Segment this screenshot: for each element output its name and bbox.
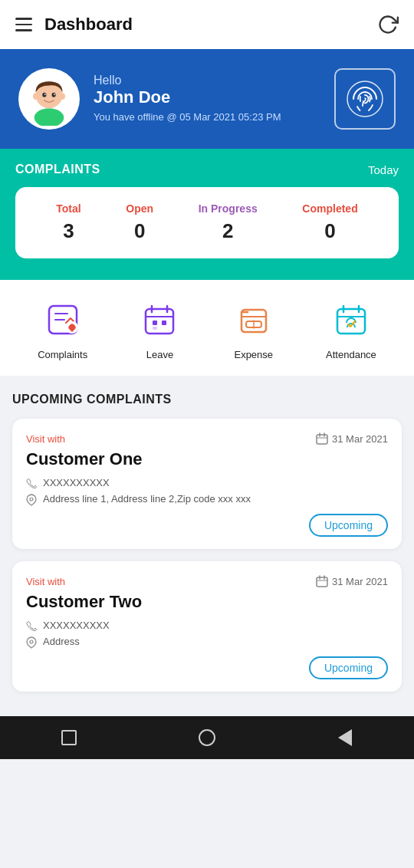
action-expense-label: Expense — [234, 349, 273, 360]
svg-rect-15 — [153, 321, 157, 325]
complaint-card-1[interactable]: Visit with 31 Mar 2021 Customer One XXXX… — [12, 419, 402, 549]
card-1-phone: XXXXXXXXXX — [43, 477, 110, 488]
card-2-status-badge[interactable]: Upcoming — [309, 656, 388, 679]
complaints-title: COMPLAINTS — [15, 163, 100, 176]
svg-point-33 — [30, 640, 33, 643]
user-banner: Hello John Doe You have offline @ 05 Mar… — [0, 49, 414, 149]
attendance-icon — [330, 298, 373, 341]
svg-point-2 — [42, 93, 46, 97]
card-1-customer-name: Customer One — [26, 449, 388, 469]
page-title: Dashboard — [44, 15, 133, 35]
quick-actions: Complaints Leave E — [0, 280, 414, 376]
svg-rect-11 — [146, 309, 173, 334]
refresh-icon[interactable] — [377, 14, 399, 35]
nav-home-button[interactable] — [196, 727, 218, 748]
nav-square-icon — [61, 730, 77, 745]
svg-point-5 — [54, 94, 55, 95]
stat-completed: Completed 0 — [302, 202, 357, 243]
card-2-date: 31 Mar 2021 — [316, 575, 388, 587]
menu-icon[interactable] — [15, 18, 32, 31]
svg-point-8 — [347, 81, 383, 117]
total-label: Total — [56, 202, 80, 215]
svg-point-6 — [33, 93, 38, 100]
card-1-date-text: 31 Mar 2021 — [332, 433, 388, 445]
svg-rect-29 — [317, 577, 327, 587]
action-complaints-label: Complaints — [38, 349, 87, 360]
inprogress-label: In Progress — [199, 202, 258, 215]
expense-icon — [232, 298, 275, 341]
card-2-top-row: Visit with 31 Mar 2021 — [26, 575, 388, 587]
phone-icon — [26, 478, 37, 488]
svg-point-3 — [52, 93, 56, 97]
complaints-period: Today — [368, 163, 399, 176]
card-2-phone-row: XXXXXXXXXX — [26, 620, 388, 631]
svg-rect-20 — [337, 309, 365, 334]
card-1-phone-row: XXXXXXXXXX — [26, 477, 388, 488]
avatar — [18, 68, 80, 130]
card-1-visit-label: Visit with — [26, 433, 65, 445]
svg-point-4 — [44, 94, 46, 95]
card-1-top-row: Visit with 31 Mar 2021 — [26, 432, 388, 445]
fingerprint-button[interactable] — [334, 68, 396, 130]
nav-circle-icon — [199, 729, 215, 746]
location-icon — [26, 494, 37, 506]
action-attendance[interactable]: Attendance — [326, 298, 376, 360]
nav-square-button[interactable] — [58, 727, 80, 748]
svg-point-7 — [60, 93, 65, 100]
action-leave-label: Leave — [146, 349, 173, 360]
upcoming-title: UPCOMING COMPLAINTS — [12, 393, 402, 406]
completed-label: Completed — [302, 202, 357, 215]
svg-rect-16 — [162, 321, 166, 325]
upcoming-section: UPCOMING COMPLAINTS Visit with 31 Mar 20… — [0, 376, 414, 716]
complaints-icon — [41, 298, 84, 341]
phone-icon-2 — [26, 620, 37, 631]
card-2-customer-name: Customer Two — [26, 592, 388, 612]
open-label: Open — [126, 202, 153, 215]
completed-value: 0 — [324, 219, 335, 243]
greeting-text: Hello — [94, 74, 281, 87]
action-leave[interactable]: Leave — [138, 298, 181, 360]
svg-point-28 — [30, 498, 33, 501]
complaints-header: COMPLAINTS Today — [15, 163, 399, 176]
action-complaints[interactable]: Complaints — [38, 298, 87, 360]
card-2-visit-label: Visit with — [26, 576, 65, 587]
card-1-address: Address line 1, Address line 2,Zip code … — [43, 493, 251, 505]
user-info: Hello John Doe You have offline @ 05 Mar… — [18, 68, 281, 130]
stat-total: Total 3 — [56, 202, 80, 243]
action-attendance-label: Attendance — [326, 349, 376, 360]
svg-point-0 — [34, 108, 64, 126]
card-1-bottom-row: Upcoming — [26, 514, 388, 537]
inprogress-value: 2 — [222, 219, 233, 243]
card-2-address-row: Address — [26, 636, 388, 649]
location-icon-2 — [26, 636, 37, 649]
stat-inprogress: In Progress 2 — [199, 202, 258, 243]
card-2-phone: XXXXXXXXXX — [43, 620, 110, 631]
open-value: 0 — [134, 219, 145, 243]
leave-icon — [138, 298, 181, 341]
complaint-card-2[interactable]: Visit with 31 Mar 2021 Customer Two XXXX… — [12, 561, 402, 692]
complaints-stats-card: Total 3 Open 0 In Progress 2 Completed 0 — [15, 187, 399, 258]
card-1-address-row: Address line 1, Address line 2,Zip code … — [26, 493, 388, 506]
stat-open: Open 0 — [126, 202, 153, 243]
complaints-section: COMPLAINTS Today Total 3 Open 0 In Progr… — [0, 149, 414, 280]
card-2-date-text: 31 Mar 2021 — [332, 576, 388, 587]
action-expense[interactable]: Expense — [232, 298, 275, 360]
nav-back-icon — [338, 729, 352, 746]
app-header: Dashboard — [0, 0, 414, 49]
card-1-status-badge[interactable]: Upcoming — [309, 514, 388, 537]
svg-rect-17 — [153, 327, 157, 330]
nav-back-button[interactable] — [334, 727, 356, 748]
card-2-bottom-row: Upcoming — [26, 656, 388, 679]
bottom-nav — [0, 716, 414, 759]
user-name: John Doe — [94, 87, 281, 107]
card-2-address: Address — [43, 636, 80, 647]
card-1-date: 31 Mar 2021 — [316, 432, 388, 445]
user-text: Hello John Doe You have offline @ 05 Mar… — [94, 74, 281, 125]
total-value: 3 — [63, 219, 74, 243]
offline-status: You have offline @ 05 Mar 2021 05:23 PM — [94, 110, 281, 124]
header-left: Dashboard — [15, 15, 133, 35]
svg-rect-24 — [317, 435, 327, 444]
